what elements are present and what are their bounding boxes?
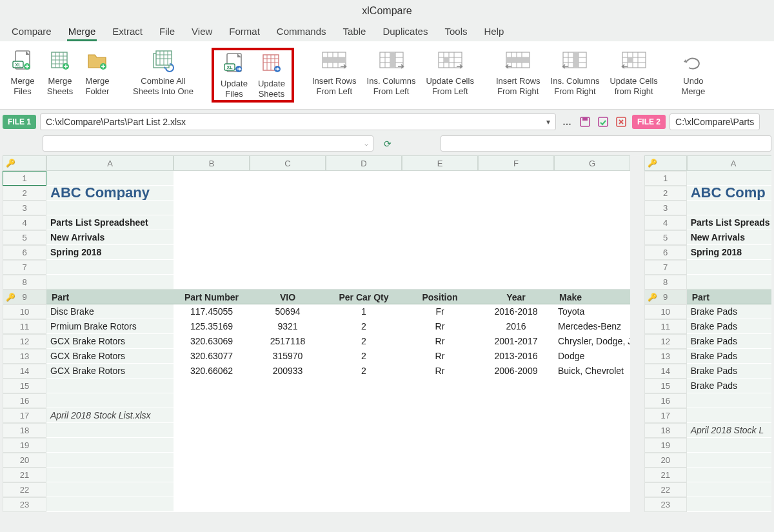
cell[interactable]: Spring 2018 bbox=[687, 245, 771, 260]
cell[interactable] bbox=[478, 497, 554, 512]
cell[interactable]: Part bbox=[46, 290, 174, 304]
cell[interactable] bbox=[174, 275, 250, 290]
file2-path[interactable]: C:\xlCompare\Parts bbox=[670, 113, 760, 130]
cell[interactable]: Brake Pads bbox=[687, 379, 771, 393]
cell[interactable] bbox=[250, 215, 326, 230]
cell[interactable]: 2006-2009 bbox=[478, 364, 554, 379]
row-header[interactable]: 20 bbox=[3, 453, 46, 468]
cell[interactable] bbox=[554, 245, 630, 260]
cell[interactable]: Parts List Spreadsheet bbox=[46, 215, 174, 230]
menu-compare[interactable]: Compare bbox=[10, 23, 53, 41]
cell[interactable]: Rr bbox=[402, 364, 478, 379]
cell[interactable] bbox=[478, 468, 554, 482]
cell[interactable] bbox=[687, 438, 771, 453]
row-header[interactable]: 15 bbox=[644, 379, 687, 393]
cell[interactable]: 2 bbox=[326, 334, 402, 349]
cell[interactable] bbox=[554, 201, 630, 215]
col-header[interactable]: E bbox=[402, 155, 478, 171]
menu-tools[interactable]: Tools bbox=[443, 23, 468, 41]
cell[interactable]: New Arrivals bbox=[46, 230, 174, 245]
ins-cols-right-button[interactable]: Ins. Columns From Right bbox=[547, 48, 604, 97]
cell[interactable]: GCX Brake Rotors bbox=[46, 349, 174, 364]
cell[interactable] bbox=[174, 186, 250, 201]
cell[interactable] bbox=[250, 423, 326, 438]
col-header[interactable]: F bbox=[478, 155, 554, 171]
cell[interactable]: Year bbox=[478, 290, 554, 304]
cell[interactable] bbox=[326, 275, 402, 290]
cell[interactable] bbox=[478, 453, 554, 468]
cell[interactable]: 1 bbox=[326, 304, 402, 319]
row-header[interactable]: 21 bbox=[3, 468, 46, 482]
cell[interactable] bbox=[46, 275, 174, 290]
cell[interactable] bbox=[478, 393, 554, 408]
row-header[interactable]: 12 bbox=[644, 334, 687, 349]
cell[interactable] bbox=[174, 215, 250, 230]
cell[interactable]: 2001-2017 bbox=[478, 334, 554, 349]
cell[interactable] bbox=[326, 171, 402, 186]
row-header[interactable]: 18 bbox=[644, 423, 687, 438]
cell[interactable] bbox=[402, 245, 478, 260]
cell[interactable]: 2016-2018 bbox=[478, 304, 554, 319]
cell[interactable] bbox=[174, 423, 250, 438]
corner-cell[interactable]: 🔑 bbox=[644, 155, 687, 171]
cell[interactable]: Buick, Chevrolet bbox=[554, 364, 630, 379]
combine-all-button[interactable]: Combine All Sheets Into One bbox=[129, 48, 197, 97]
row-header[interactable]: 6 bbox=[644, 245, 687, 260]
save-icon[interactable] bbox=[578, 115, 592, 129]
more-button[interactable]: … bbox=[560, 115, 574, 129]
cell[interactable]: Brake Pads bbox=[687, 304, 771, 319]
cell[interactable] bbox=[326, 482, 402, 497]
cell[interactable] bbox=[326, 468, 402, 482]
cell[interactable] bbox=[402, 453, 478, 468]
cell[interactable] bbox=[554, 453, 630, 468]
cell[interactable] bbox=[174, 245, 250, 260]
cell[interactable] bbox=[478, 482, 554, 497]
row-header[interactable]: 🔑9 bbox=[644, 290, 687, 304]
cell[interactable] bbox=[46, 468, 174, 482]
cell[interactable] bbox=[402, 438, 478, 453]
cell[interactable] bbox=[326, 245, 402, 260]
cell[interactable]: Chrysler, Dodge, Jeep bbox=[554, 334, 630, 349]
cell[interactable]: Position bbox=[402, 290, 478, 304]
cell[interactable] bbox=[326, 379, 402, 393]
menu-help[interactable]: Help bbox=[483, 23, 506, 41]
cell[interactable] bbox=[478, 260, 554, 275]
refresh-icon[interactable]: ⟳ bbox=[380, 135, 395, 152]
cell[interactable] bbox=[250, 171, 326, 186]
update-files-button[interactable]: XL Update Files bbox=[217, 50, 252, 100]
menu-merge[interactable]: Merge bbox=[67, 23, 97, 41]
row-header[interactable]: 10 bbox=[3, 304, 46, 319]
row-header[interactable]: 22 bbox=[3, 482, 46, 497]
cell[interactable] bbox=[687, 201, 771, 215]
cell[interactable]: 320.63077 bbox=[174, 349, 250, 364]
cell[interactable]: 117.45055 bbox=[174, 304, 250, 319]
cell[interactable] bbox=[554, 438, 630, 453]
cell[interactable]: Rr bbox=[402, 334, 478, 349]
cell[interactable]: 315970 bbox=[250, 349, 326, 364]
row-header[interactable]: 14 bbox=[644, 364, 687, 379]
cell[interactable]: Disc Brake bbox=[46, 304, 174, 319]
cell[interactable] bbox=[402, 393, 478, 408]
cell[interactable] bbox=[402, 468, 478, 482]
cell[interactable] bbox=[46, 453, 174, 468]
menu-commands[interactable]: Commands bbox=[275, 23, 328, 41]
row-header[interactable]: 1 bbox=[644, 171, 687, 186]
cell[interactable] bbox=[326, 201, 402, 215]
cell[interactable] bbox=[478, 215, 554, 230]
row-header[interactable]: 16 bbox=[3, 393, 46, 408]
cell[interactable] bbox=[250, 453, 326, 468]
cell[interactable] bbox=[402, 275, 478, 290]
cell[interactable]: GCX Brake Rotors bbox=[46, 364, 174, 379]
row-header[interactable]: 16 bbox=[644, 393, 687, 408]
cell[interactable] bbox=[478, 171, 554, 186]
cell[interactable] bbox=[174, 379, 250, 393]
menu-format[interactable]: Format bbox=[228, 23, 261, 41]
cell[interactable] bbox=[402, 482, 478, 497]
cell[interactable] bbox=[554, 393, 630, 408]
cell[interactable]: Part Number bbox=[174, 290, 250, 304]
col-header[interactable]: A bbox=[687, 155, 771, 171]
corner-cell[interactable]: 🔑 bbox=[3, 155, 46, 171]
cell[interactable]: VIO bbox=[250, 290, 326, 304]
row-header[interactable]: 2 bbox=[644, 186, 687, 201]
cell[interactable] bbox=[402, 260, 478, 275]
